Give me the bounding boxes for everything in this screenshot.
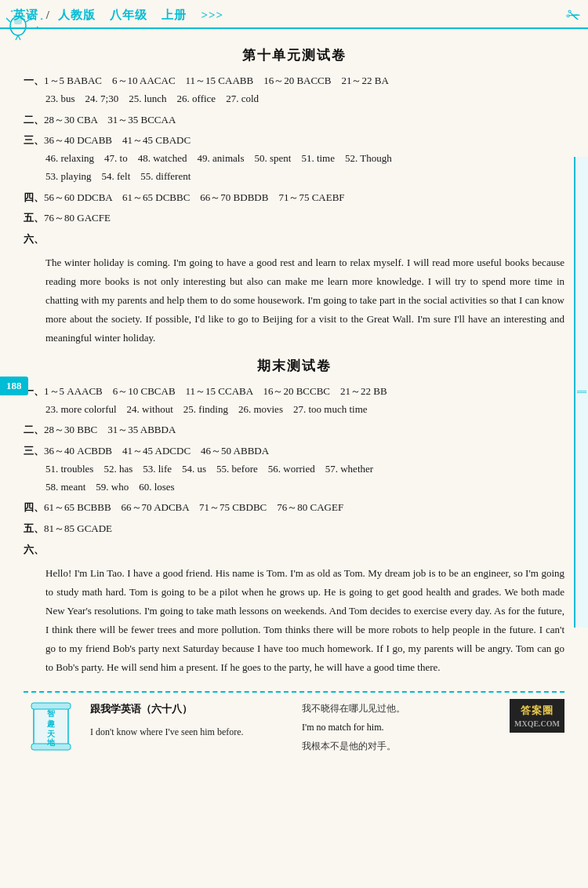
svg-text:地: 地	[46, 738, 56, 747]
scissors-icon: ✂	[563, 5, 583, 29]
section1-essay-block: 六、 The winter holiday is coming. I'm goi…	[24, 231, 564, 348]
main-content: 第十单元测试卷 一、1～5 BABAC 6～10 AACAC 11～15 CAA…	[0, 29, 588, 763]
volume-label: 上册	[162, 9, 187, 21]
grade-label: 八年级	[110, 9, 147, 21]
right-decoration: ║	[574, 157, 588, 628]
section2-row5: 五、81～85 GCADE	[24, 520, 564, 538]
svg-line-2	[6, 18, 10, 22]
svg-line-6	[18, 35, 20, 40]
header-decoration: ✦ ✦ ✦ ✦	[6, 6, 49, 45]
svg-line-5	[16, 35, 18, 40]
section1-title: 第十单元测试卷	[24, 46, 564, 64]
section2-essay-block: 六、 Hello! I'm Lin Tao. I have a good fri…	[24, 541, 564, 677]
page: ✦ ✦ ✦ ✦ 英语 / 人教版 八年级 上册 >>> ✂ 188	[0, 0, 588, 888]
bottom-right-zh2: 我根本不是他的对手。	[302, 737, 502, 755]
svg-text:✦: ✦	[36, 25, 39, 29]
bottom-left-english: I don't know where I've seen him before.	[90, 722, 290, 741]
logo-text: 答案圈	[521, 704, 554, 718]
section1-row1: 一、1～5 BABAC 6～10 AACAC 11～15 CAABB 16～20…	[24, 72, 564, 108]
svg-text:智: 智	[46, 709, 55, 718]
section1-row2: 二、28～30 CBA 31～35 BCCAA	[24, 111, 564, 129]
svg-text:✦: ✦	[10, 9, 13, 13]
svg-text:✦: ✦	[34, 8, 38, 14]
logo: 答案圈 MXQE.COM	[510, 699, 564, 733]
svg-text:趣: 趣	[47, 719, 56, 728]
svg-rect-1	[14, 18, 22, 24]
svg-text:天: 天	[46, 730, 56, 738]
section1-row4: 四、56～60 DDCBA 61～65 DCBBC 66～70 BDBDB 71…	[24, 189, 564, 207]
scroll-decoration: 智 趣 天 地	[24, 699, 78, 754]
bottom-right-col: 我不晓得在哪儿见过他。 I'm no match for him. 我根本不是他…	[302, 699, 502, 755]
bottom-section: 智 趣 天 地 跟我学英语（六十八） I don't know where I'…	[24, 691, 564, 755]
svg-text:✦: ✦	[40, 17, 43, 21]
section1-row5: 五、76～80 GACFE	[24, 209, 564, 227]
section2-essay: Hello! I'm Lin Tao. I have a good friend…	[45, 564, 564, 677]
header: ✦ ✦ ✦ ✦ 英语 / 人教版 八年级 上册 >>> ✂	[0, 0, 588, 29]
section2-title: 期末测试卷	[24, 357, 564, 375]
page-number: 188	[0, 377, 28, 395]
section2-row2: 二、28～30 BBC 31～35 ABBDA	[24, 421, 564, 439]
section2-row4: 四、61～65 BCBBB 66～70 ADCBA 71～75 CBDBC 76…	[24, 499, 564, 517]
section2-row3: 三、36～40 ACBDB 41～45 ADCDC 46～50 ABBDA 51…	[24, 442, 564, 496]
section1-essay: The winter holiday is coming. I'm going …	[45, 253, 564, 348]
bottom-left-label: 跟我学英语（六十八）	[90, 699, 290, 719]
edition-label: 人教版	[58, 9, 96, 21]
bottom-content-row: 跟我学英语（六十八） I don't know where I've seen …	[90, 699, 502, 755]
bottom-right-en1: I'm no match for him.	[302, 718, 502, 737]
bottom-right-zh1: 我不晓得在哪儿见过他。	[302, 699, 502, 718]
logo-sub: MXQE.COM	[514, 719, 560, 728]
section2-row1: 一、1～5 AAACB 6～10 CBCAB 11～15 CCABA 16～20…	[24, 383, 564, 419]
bottom-content: 跟我学英语（六十八） I don't know where I've seen …	[82, 699, 510, 755]
section1-row3: 三、36～40 DCABB 41～45 CBADC 46. relaxing 4…	[24, 132, 564, 185]
svg-rect-12	[31, 703, 71, 709]
bottom-left-col: 跟我学英语（六十八） I don't know where I've seen …	[90, 699, 290, 755]
